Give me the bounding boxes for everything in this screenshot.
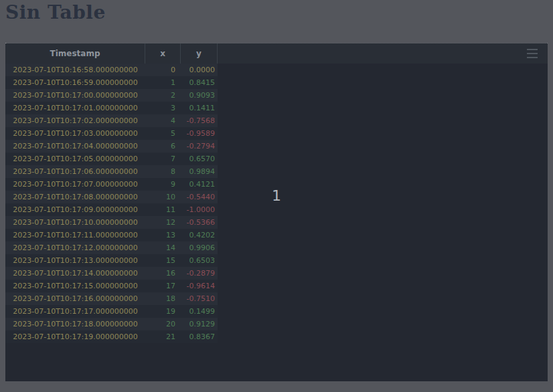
cell-timestamp: 2023-07-10T10:17:04.000000000	[5, 140, 145, 153]
cell-x: 19	[145, 305, 181, 318]
table-row: 2023-07-10T10:17:04.0000000006-0.2794	[5, 140, 218, 153]
cell-x: 1	[145, 76, 181, 89]
cell-x: 13	[145, 229, 181, 241]
cell-y: 0.9093	[181, 89, 218, 102]
table-row: 2023-07-10T10:17:16.00000000018-0.7510	[5, 292, 218, 305]
table-row: 2023-07-10T10:17:12.000000000140.9906	[5, 241, 218, 254]
table-row: 2023-07-10T10:17:03.0000000005-0.9589	[5, 127, 218, 140]
table-row: 2023-07-10T10:17:01.00000000030.1411	[5, 102, 218, 114]
hamburger-icon	[527, 53, 538, 54]
cell-x: 14	[145, 241, 181, 254]
cell-timestamp: 2023-07-10T10:17:13.000000000	[5, 254, 145, 267]
cell-timestamp: 2023-07-10T10:17:14.000000000	[5, 267, 145, 280]
cell-x: 16	[145, 267, 181, 280]
cell-x: 3	[145, 102, 181, 114]
cell-y: 0.1411	[181, 102, 218, 114]
column-header-timestamp[interactable]: Timestamp	[5, 43, 145, 64]
cell-y: -0.7568	[181, 114, 218, 127]
cell-timestamp: 2023-07-10T10:17:15.000000000	[5, 280, 145, 292]
cell-timestamp: 2023-07-10T10:16:59.000000000	[5, 76, 145, 89]
table-header: Timestamp x y	[5, 43, 548, 64]
hamburger-icon	[527, 57, 538, 58]
cell-x: 4	[145, 114, 181, 127]
table-header-spacer	[218, 43, 548, 64]
cell-timestamp: 2023-07-10T10:17:11.000000000	[5, 229, 145, 241]
table-row: 2023-07-10T10:17:10.00000000012-0.5366	[5, 216, 218, 229]
cell-timestamp: 2023-07-10T10:17:08.000000000	[5, 191, 145, 203]
cell-y: 0.9129	[181, 318, 218, 330]
cell-timestamp: 2023-07-10T10:17:05.000000000	[5, 153, 145, 165]
cell-x: 10	[145, 191, 181, 203]
table-row: 2023-07-10T10:17:17.000000000190.1499	[5, 305, 218, 318]
dashboard: { "page": { "title": "Sin Table" }, "pan…	[0, 0, 553, 392]
cell-y: -0.2794	[181, 140, 218, 153]
cell-y: -0.5366	[181, 216, 218, 229]
cell-x: 20	[145, 318, 181, 330]
cell-y: -0.5440	[181, 191, 218, 203]
table-row: 2023-07-10T10:17:00.00000000020.9093	[5, 89, 218, 102]
cell-x: 17	[145, 280, 181, 292]
cell-y: 0.6570	[181, 153, 218, 165]
table-row: 2023-07-10T10:17:19.000000000210.8367	[5, 330, 218, 343]
cell-y: 0.1499	[181, 305, 218, 318]
cell-y: -0.7510	[181, 292, 218, 305]
column-header-y[interactable]: y	[181, 43, 218, 64]
table-row: 2023-07-10T10:17:15.00000000017-0.9614	[5, 280, 218, 292]
table-row: 2023-07-10T10:17:13.000000000150.6503	[5, 254, 218, 267]
table-row: 2023-07-10T10:16:59.00000000010.8415	[5, 76, 218, 89]
table-row: 2023-07-10T10:17:08.00000000010-0.5440	[5, 191, 218, 203]
cell-y: -0.9589	[181, 127, 218, 140]
cell-timestamp: 2023-07-10T10:17:12.000000000	[5, 241, 145, 254]
page-title: Sin Table	[5, 1, 106, 23]
cell-timestamp: 2023-07-10T10:17:01.000000000	[5, 102, 145, 114]
cell-timestamp: 2023-07-10T10:17:07.000000000	[5, 178, 145, 191]
cell-y: 0.4202	[181, 229, 218, 241]
cell-timestamp: 2023-07-10T10:17:18.000000000	[5, 318, 145, 330]
cell-y: 0.9906	[181, 241, 218, 254]
panel-menu-button[interactable]	[527, 49, 538, 59]
sin-table-panel: Timestamp x y 2023-07-10T10:16:58.000000…	[5, 43, 548, 381]
cell-x: 11	[145, 203, 181, 216]
cell-timestamp: 2023-07-10T10:17:06.000000000	[5, 165, 145, 178]
column-header-x[interactable]: x	[145, 43, 181, 64]
table-row: 2023-07-10T10:17:05.00000000070.6570	[5, 153, 218, 165]
cell-timestamp: 2023-07-10T10:16:58.000000000	[5, 64, 145, 76]
cell-x: 5	[145, 127, 181, 140]
cell-y: 0.8367	[181, 330, 218, 343]
cell-x: 9	[145, 178, 181, 191]
cell-y: 0.8415	[181, 76, 218, 89]
cell-y: 0.6503	[181, 254, 218, 267]
cell-timestamp: 2023-07-10T10:17:00.000000000	[5, 89, 145, 102]
table-row: 2023-07-10T10:17:06.00000000080.9894	[5, 165, 218, 178]
cell-timestamp: 2023-07-10T10:17:02.000000000	[5, 114, 145, 127]
cell-x: 18	[145, 292, 181, 305]
cell-x: 8	[145, 165, 181, 178]
hamburger-icon	[527, 49, 538, 50]
cell-x: 21	[145, 330, 181, 343]
cell-timestamp: 2023-07-10T10:17:10.000000000	[5, 216, 145, 229]
cell-y: 0.0000	[181, 64, 218, 76]
cell-timestamp: 2023-07-10T10:17:09.000000000	[5, 203, 145, 216]
cell-y: -0.2879	[181, 267, 218, 280]
overlay-number: 1	[263, 187, 290, 204]
cell-timestamp: 2023-07-10T10:17:16.000000000	[5, 292, 145, 305]
cell-y: -0.9614	[181, 280, 218, 292]
cell-x: 12	[145, 216, 181, 229]
table-row: 2023-07-10T10:17:18.000000000200.9129	[5, 318, 218, 330]
cell-x: 15	[145, 254, 181, 267]
table-row: 2023-07-10T10:17:11.000000000130.4202	[5, 229, 218, 241]
table-row: 2023-07-10T10:16:58.00000000000.0000	[5, 64, 218, 76]
cell-timestamp: 2023-07-10T10:17:03.000000000	[5, 127, 145, 140]
table-row: 2023-07-10T10:17:14.00000000016-0.2879	[5, 267, 218, 280]
cell-y: 0.9894	[181, 165, 218, 178]
cell-x: 7	[145, 153, 181, 165]
cell-y: -1.0000	[181, 203, 218, 216]
table-row: 2023-07-10T10:17:09.00000000011-1.0000	[5, 203, 218, 216]
cell-timestamp: 2023-07-10T10:17:17.000000000	[5, 305, 145, 318]
cell-x: 6	[145, 140, 181, 153]
table-row: 2023-07-10T10:17:02.0000000004-0.7568	[5, 114, 218, 127]
cell-timestamp: 2023-07-10T10:17:19.000000000	[5, 330, 145, 343]
table-row: 2023-07-10T10:17:07.00000000090.4121	[5, 178, 218, 191]
cell-x: 0	[145, 64, 181, 76]
cell-y: 0.4121	[181, 178, 218, 191]
